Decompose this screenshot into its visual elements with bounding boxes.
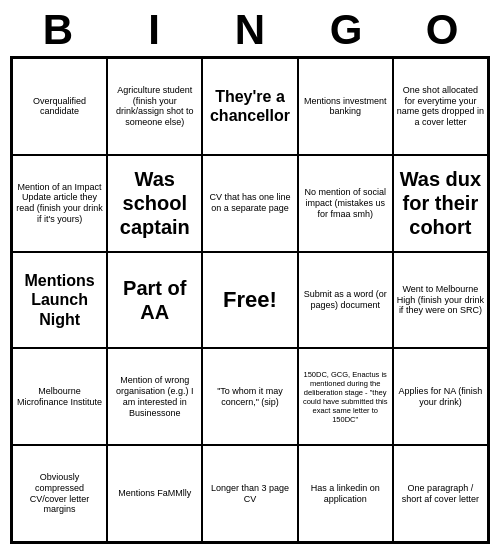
bingo-cell-11: Part of AA: [107, 252, 202, 349]
cell-text-19: Applies for NA (finish your drink): [397, 386, 484, 408]
bingo-cell-3: Mentions investment banking: [298, 58, 393, 155]
bingo-grid: Overqualified candidateAgriculture stude…: [10, 56, 490, 544]
cell-text-21: Mentions FaMMlly: [118, 488, 191, 499]
header-letter-i: I: [110, 6, 198, 54]
bingo-cell-23: Has a linkedin on application: [298, 445, 393, 542]
bingo-cell-16: Mention of wrong organisation (e.g.) I a…: [107, 348, 202, 445]
cell-text-15: Melbourne Microfinance Institute: [16, 386, 103, 408]
cell-text-1: Agriculture student (finish your drink/a…: [111, 85, 198, 128]
cell-text-2: They're a chancellor: [206, 87, 293, 125]
cell-text-0: Overqualified candidate: [16, 96, 103, 118]
cell-text-17: "To whom it may concern," (sip): [206, 386, 293, 408]
cell-text-7: CV that has one line on a separate page: [206, 192, 293, 214]
cell-text-8: No mention of social impact (mistakes us…: [302, 187, 389, 219]
cell-text-3: Mentions investment banking: [302, 96, 389, 118]
bingo-cell-2: They're a chancellor: [202, 58, 297, 155]
cell-text-6: Was school captain: [111, 167, 198, 239]
bingo-cell-4: One shot allocated for everytime your na…: [393, 58, 488, 155]
bingo-cell-8: No mention of social impact (mistakes us…: [298, 155, 393, 252]
bingo-cell-12: Free!: [202, 252, 297, 349]
cell-text-10: Mentions Launch Night: [16, 271, 103, 329]
bingo-cell-18: 150DC, GCG, Enactus is mentioned during …: [298, 348, 393, 445]
cell-text-4: One shot allocated for everytime your na…: [397, 85, 484, 128]
header-letter-o: O: [398, 6, 486, 54]
header-letter-n: N: [206, 6, 294, 54]
header-letter-b: B: [14, 6, 102, 54]
bingo-cell-24: One paragraph / short af cover letter: [393, 445, 488, 542]
bingo-cell-13: Submit as a word (or pages) document: [298, 252, 393, 349]
bingo-cell-6: Was school captain: [107, 155, 202, 252]
cell-text-23: Has a linkedin on application: [302, 483, 389, 505]
bingo-cell-19: Applies for NA (finish your drink): [393, 348, 488, 445]
cell-text-20: Obviously compressed CV/cover letter mar…: [16, 472, 103, 515]
cell-text-24: One paragraph / short af cover letter: [397, 483, 484, 505]
header-letter-g: G: [302, 6, 390, 54]
bingo-cell-0: Overqualified candidate: [12, 58, 107, 155]
bingo-cell-5: Mention of an Impact Update article they…: [12, 155, 107, 252]
bingo-cell-20: Obviously compressed CV/cover letter mar…: [12, 445, 107, 542]
cell-text-22: Longer than 3 page CV: [206, 483, 293, 505]
bingo-cell-21: Mentions FaMMlly: [107, 445, 202, 542]
bingo-cell-7: CV that has one line on a separate page: [202, 155, 297, 252]
cell-text-16: Mention of wrong organisation (e.g.) I a…: [111, 375, 198, 418]
bingo-cell-9: Was dux for their cohort: [393, 155, 488, 252]
cell-text-18: 150DC, GCG, Enactus is mentioned during …: [302, 370, 389, 424]
cell-text-9: Was dux for their cohort: [397, 167, 484, 239]
bingo-cell-1: Agriculture student (finish your drink/a…: [107, 58, 202, 155]
bingo-cell-15: Melbourne Microfinance Institute: [12, 348, 107, 445]
bingo-header: BINGO: [10, 0, 490, 56]
cell-text-14: Went to Melbourne High (finish your drin…: [397, 284, 484, 316]
bingo-cell-10: Mentions Launch Night: [12, 252, 107, 349]
cell-text-13: Submit as a word (or pages) document: [302, 289, 389, 311]
cell-text-12: Free!: [223, 287, 277, 313]
bingo-cell-14: Went to Melbourne High (finish your drin…: [393, 252, 488, 349]
bingo-cell-17: "To whom it may concern," (sip): [202, 348, 297, 445]
cell-text-11: Part of AA: [111, 276, 198, 324]
bingo-cell-22: Longer than 3 page CV: [202, 445, 297, 542]
cell-text-5: Mention of an Impact Update article they…: [16, 182, 103, 225]
